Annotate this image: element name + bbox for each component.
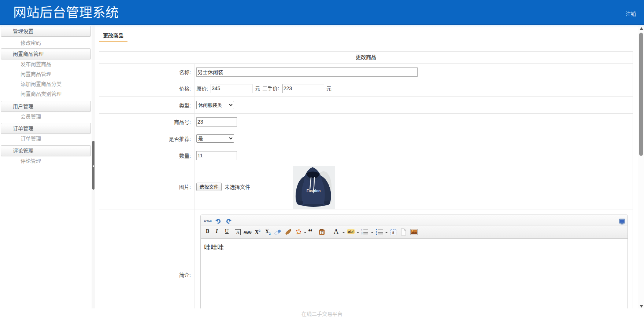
svg-text:2: 2 [361, 232, 363, 235]
svg-text:Fashion: Fashion [306, 189, 320, 193]
svg-text:T: T [321, 231, 323, 234]
svg-text:1: 1 [361, 229, 363, 231]
